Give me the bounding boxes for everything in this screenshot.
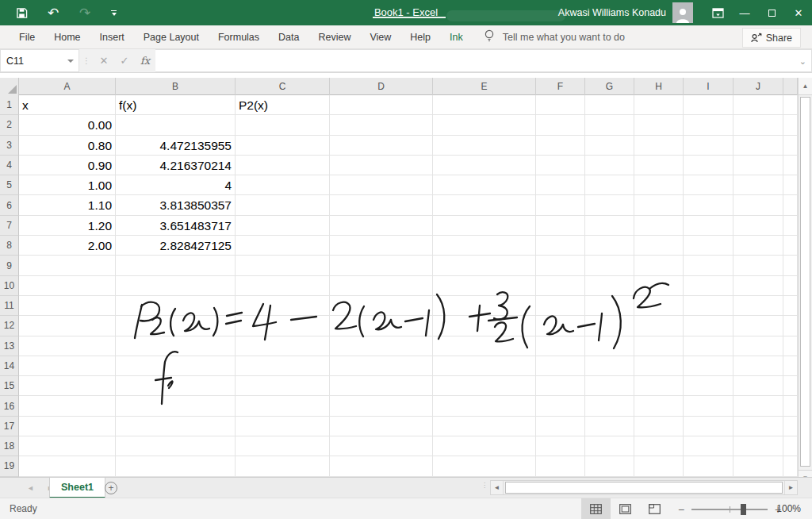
column-header-J[interactable]: J xyxy=(733,78,783,95)
cell-E6[interactable] xyxy=(433,195,536,215)
column-header-A[interactable]: A xyxy=(19,78,116,95)
cell-A19[interactable] xyxy=(19,456,116,476)
cell-E1[interactable] xyxy=(433,95,536,115)
cell-D4[interactable] xyxy=(330,156,433,175)
cell-F1[interactable] xyxy=(536,95,585,115)
normal-view-button[interactable] xyxy=(581,498,611,519)
column-header-I[interactable]: I xyxy=(684,78,733,95)
cell-F15[interactable] xyxy=(536,376,585,396)
cell-B12[interactable] xyxy=(116,316,236,336)
column-header-D[interactable]: D xyxy=(330,78,433,95)
cell-J14[interactable] xyxy=(733,356,783,376)
cell-G19[interactable] xyxy=(585,456,634,476)
cell-D13[interactable] xyxy=(330,336,433,356)
cell-F11[interactable] xyxy=(536,296,585,316)
cell-J17[interactable] xyxy=(733,417,783,436)
cell-B8[interactable]: 2.828427125 xyxy=(116,236,236,256)
new-sheet-icon[interactable]: + xyxy=(105,482,117,494)
cell-G9[interactable] xyxy=(585,256,634,275)
row-header-4[interactable]: 4 xyxy=(0,156,19,175)
cell-J6[interactable] xyxy=(733,195,783,215)
row-header-15[interactable]: 15 xyxy=(0,376,19,396)
cell-D5[interactable] xyxy=(330,175,433,195)
cell-E14[interactable] xyxy=(433,356,536,376)
vertical-scrollbar[interactable]: ▲ ▼ xyxy=(798,78,812,486)
cell-C12[interactable] xyxy=(236,316,330,336)
row-header-3[interactable]: 3 xyxy=(0,136,19,156)
cell-A14[interactable] xyxy=(19,356,116,376)
cell-F8[interactable] xyxy=(536,236,585,256)
cell-C10[interactable] xyxy=(236,276,330,296)
row-header-2[interactable]: 2 xyxy=(0,115,19,135)
cell-A4[interactable]: 0.90 xyxy=(19,156,116,175)
cell-B2[interactable] xyxy=(116,115,236,135)
cell-E5[interactable] xyxy=(433,175,536,195)
cell-G14[interactable] xyxy=(585,356,634,376)
cell-F18[interactable] xyxy=(536,436,585,456)
cell-G10[interactable] xyxy=(585,276,634,296)
cell-G18[interactable] xyxy=(585,436,634,456)
zoom-percentage[interactable]: 100% xyxy=(776,498,801,519)
cell-A6[interactable]: 1.10 xyxy=(19,195,116,215)
cell-E4[interactable] xyxy=(433,156,536,175)
cell-D11[interactable] xyxy=(330,296,433,316)
cell-I12[interactable] xyxy=(684,316,733,336)
row-header-17[interactable]: 17 xyxy=(0,417,19,436)
cell-J8[interactable] xyxy=(733,236,783,256)
cell-I19[interactable] xyxy=(684,456,733,476)
cell-I1[interactable] xyxy=(684,95,733,115)
cell-D10[interactable] xyxy=(330,276,433,296)
cell-A1[interactable]: x xyxy=(19,95,116,115)
cell-H3[interactable] xyxy=(634,136,684,156)
sheet-nav-left-icon[interactable]: ◄ xyxy=(27,484,34,492)
cell-B1[interactable]: f(x) xyxy=(116,95,236,115)
horizontal-scrollbar-thumb[interactable] xyxy=(505,482,783,494)
cell-F7[interactable] xyxy=(536,216,585,236)
page-break-preview-button[interactable] xyxy=(640,498,669,519)
cell-H19[interactable] xyxy=(634,456,684,476)
cell-D2[interactable] xyxy=(330,115,433,135)
name-box[interactable]: C11 xyxy=(0,49,79,72)
row-header-11[interactable]: 11 xyxy=(0,296,19,316)
row-header-10[interactable]: 10 xyxy=(0,276,19,296)
sheet-tab-sheet1[interactable]: Sheet1 xyxy=(49,478,105,498)
cell-F5[interactable] xyxy=(536,175,585,195)
cell-B10[interactable] xyxy=(116,276,236,296)
cell-G13[interactable] xyxy=(585,336,634,356)
cell-I5[interactable] xyxy=(684,175,733,195)
cell-H11[interactable] xyxy=(634,296,684,316)
scroll-left-icon[interactable]: ◄ xyxy=(491,481,504,494)
cell-E11[interactable] xyxy=(433,296,536,316)
cell-D14[interactable] xyxy=(330,356,433,376)
cell-J7[interactable] xyxy=(733,216,783,236)
cell-J3[interactable] xyxy=(733,136,783,156)
row-header-7[interactable]: 7 xyxy=(0,216,19,236)
cell-J4[interactable] xyxy=(733,156,783,175)
zoom-out-icon[interactable]: − xyxy=(676,503,687,516)
cell-C2[interactable] xyxy=(236,115,330,135)
column-header-G[interactable]: G xyxy=(585,78,634,95)
close-button[interactable]: ✕ xyxy=(785,0,812,25)
cell-F4[interactable] xyxy=(536,156,585,175)
cell-J11[interactable] xyxy=(733,296,783,316)
row-header-13[interactable]: 13 xyxy=(0,336,19,356)
cell-B17[interactable] xyxy=(116,417,236,436)
signed-in-user[interactable]: Akwasi Williams Konadu xyxy=(558,7,666,18)
tab-view[interactable]: View xyxy=(360,25,400,49)
cell-B4[interactable]: 4.216370214 xyxy=(116,156,236,175)
column-header-E[interactable]: E xyxy=(433,78,536,95)
cell-E10[interactable] xyxy=(433,276,536,296)
cell-H16[interactable] xyxy=(634,396,684,416)
tab-help[interactable]: Help xyxy=(400,25,440,49)
name-box-dropdown-icon[interactable] xyxy=(67,60,74,63)
cell-H15[interactable] xyxy=(634,376,684,396)
cell-I4[interactable] xyxy=(684,156,733,175)
cell-C4[interactable] xyxy=(236,156,330,175)
cell-A13[interactable] xyxy=(19,336,116,356)
cell-G15[interactable] xyxy=(585,376,634,396)
cell-G6[interactable] xyxy=(585,195,634,215)
cell-E16[interactable] xyxy=(433,396,536,416)
cell-A18[interactable] xyxy=(19,436,116,456)
cell-E9[interactable] xyxy=(433,256,536,275)
tab-page-layout[interactable]: Page Layout xyxy=(134,25,209,49)
